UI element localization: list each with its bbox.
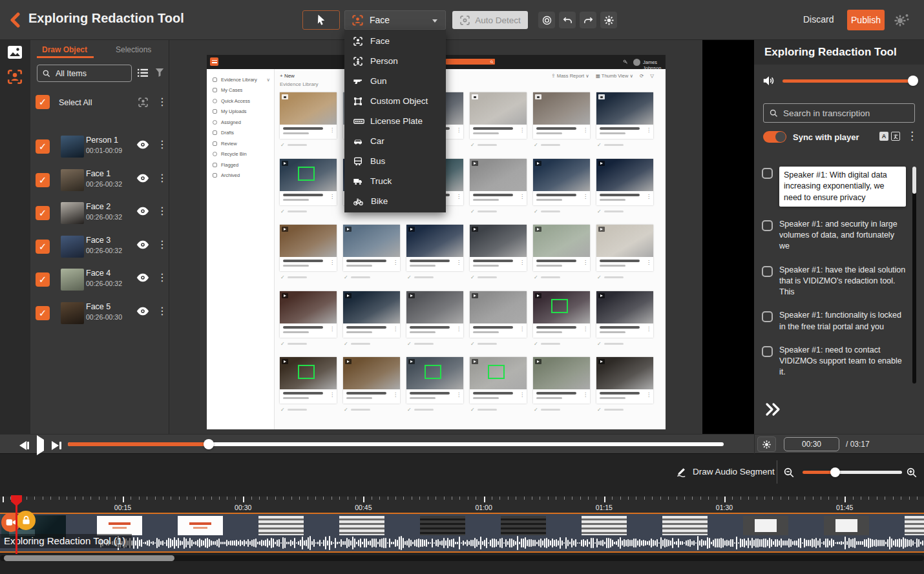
menu-item-bike[interactable]: Bike bbox=[344, 191, 446, 211]
object-checkbox[interactable]: ✓ bbox=[36, 240, 50, 254]
timeline-scroll-thumb[interactable] bbox=[4, 555, 174, 561]
eye-icon[interactable] bbox=[136, 140, 149, 149]
sync-with-player-toggle[interactable] bbox=[763, 131, 786, 143]
transcription-search-field[interactable] bbox=[763, 103, 915, 123]
menu-item-car[interactable]: Car bbox=[344, 131, 446, 151]
object-menu-icon[interactable]: ⋮ bbox=[157, 173, 167, 183]
detection-type-dropdown[interactable]: Face bbox=[344, 10, 446, 30]
object-list-item[interactable]: ✓Face 100:26-00:32⋮ bbox=[30, 168, 169, 192]
transcription-menu-icon[interactable]: ⋮ bbox=[907, 130, 918, 141]
volume-icon[interactable] bbox=[762, 74, 776, 88]
seek-knob[interactable] bbox=[204, 439, 214, 449]
seek-bar[interactable] bbox=[68, 442, 724, 446]
menu-item-person[interactable]: Person bbox=[344, 51, 446, 71]
waveform-bar bbox=[843, 542, 844, 545]
lock-badge[interactable] bbox=[16, 511, 36, 530]
tab-draw-object[interactable]: Draw Object bbox=[42, 45, 87, 54]
transcript-checkbox[interactable] bbox=[762, 266, 773, 277]
object-menu-icon[interactable]: ⋮ bbox=[157, 206, 167, 216]
eye-icon[interactable] bbox=[136, 240, 149, 249]
step-back-button[interactable] bbox=[19, 441, 29, 450]
transcript-scrollbar[interactable] bbox=[912, 167, 916, 384]
publish-button[interactable]: Publish bbox=[847, 10, 885, 30]
transcript-entry[interactable]: Speaker #1: With digital data increasing… bbox=[762, 167, 912, 207]
track-label: Exploring Redaction Tool (1) bbox=[0, 534, 132, 548]
zoom-out-icon[interactable] bbox=[783, 467, 795, 478]
timeline-zoom-knob[interactable] bbox=[830, 467, 840, 477]
object-list-item[interactable]: ✓Face 200:26-00:32⋮ bbox=[30, 201, 169, 225]
eye-icon[interactable] bbox=[136, 174, 149, 183]
timeline-ruler[interactable]: 00:1500:3000:4501:0001:1501:3001:45 bbox=[0, 497, 924, 513]
step-forward-button[interactable] bbox=[52, 441, 61, 450]
filter-icon[interactable] bbox=[155, 68, 164, 77]
object-search-input[interactable] bbox=[56, 69, 120, 78]
current-time-field[interactable]: 00:30 bbox=[784, 437, 839, 451]
transcription-search-input[interactable] bbox=[783, 108, 906, 118]
redo-button[interactable] bbox=[580, 12, 596, 28]
play-button[interactable] bbox=[37, 440, 44, 451]
waveform-bar bbox=[145, 542, 146, 545]
cursor-tool-button[interactable] bbox=[302, 10, 340, 30]
media-redaction-icon[interactable] bbox=[7, 45, 23, 59]
object-checkbox[interactable]: ✓ bbox=[36, 306, 50, 320]
transcript-entry[interactable]: Speaker #1: need to contact VIDIZMOs sup… bbox=[762, 345, 912, 378]
object-checkbox[interactable]: ✓ bbox=[36, 173, 50, 187]
object-checkbox[interactable]: ✓ bbox=[36, 272, 50, 287]
eye-icon[interactable] bbox=[136, 273, 149, 282]
playhead-line[interactable] bbox=[16, 497, 17, 554]
transcript-checkbox[interactable] bbox=[762, 220, 773, 231]
face-detection-rail-icon[interactable] bbox=[6, 68, 23, 85]
object-menu-icon[interactable]: ⋮ bbox=[157, 272, 167, 283]
timeline-scrollbar[interactable] bbox=[0, 555, 924, 561]
eye-icon[interactable] bbox=[136, 207, 149, 216]
select-all-face-icon[interactable] bbox=[138, 97, 149, 108]
eye-icon[interactable] bbox=[136, 307, 149, 316]
undo-button[interactable] bbox=[559, 12, 576, 28]
menu-item-gun[interactable]: Gun bbox=[344, 71, 446, 91]
timeline-zoom-slider[interactable] bbox=[835, 471, 902, 474]
time-settings-button[interactable] bbox=[757, 436, 776, 452]
object-list-item[interactable]: ✓Face 300:26-00:32⋮ bbox=[30, 234, 169, 259]
object-list-item[interactable]: ✓Person 100:01-00:09⋮ bbox=[30, 134, 169, 159]
menu-item-truck[interactable]: Truck bbox=[344, 171, 446, 191]
video-audio-track[interactable]: Exploring Redaction Tool (1) bbox=[0, 513, 924, 553]
object-checkbox[interactable]: ✓ bbox=[36, 139, 50, 154]
volume-slider[interactable] bbox=[782, 79, 913, 83]
transcript-entry[interactable]: Speaker #1: functionality is locked in t… bbox=[762, 310, 912, 333]
transcript-entry[interactable]: Speaker #1: and security in large volume… bbox=[762, 219, 912, 252]
object-menu-icon[interactable]: ⋮ bbox=[157, 139, 167, 150]
object-menu-icon[interactable]: ⋮ bbox=[157, 306, 167, 316]
target-button[interactable] bbox=[538, 12, 555, 28]
back-icon[interactable] bbox=[9, 12, 21, 28]
menu-item-bus[interactable]: Bus bbox=[344, 151, 446, 171]
object-list-item[interactable]: ✓Face 400:26-00:32⋮ bbox=[30, 267, 169, 292]
list-view-icon[interactable] bbox=[137, 68, 149, 78]
discard-button[interactable]: Discard bbox=[803, 14, 834, 25]
draw-audio-segment-button[interactable]: Draw Audio Segment bbox=[676, 466, 775, 477]
waveform-bar bbox=[393, 542, 394, 544]
ruler-tick bbox=[901, 497, 901, 500]
select-all-menu-icon[interactable]: ⋮ bbox=[157, 97, 167, 107]
volume-knob[interactable] bbox=[908, 76, 918, 86]
object-menu-icon[interactable]: ⋮ bbox=[157, 240, 167, 250]
translate-icon[interactable]: A bbox=[879, 132, 900, 141]
expand-panel-icon[interactable] bbox=[764, 402, 782, 417]
transcript-checkbox[interactable] bbox=[762, 346, 773, 357]
transcript-entry[interactable]: Speaker #1: have the ideal solution that… bbox=[762, 265, 912, 298]
menu-item-face[interactable]: Face bbox=[344, 31, 446, 51]
object-list-item[interactable]: ✓Face 500:26-00:30⋮ bbox=[30, 301, 169, 325]
waveform-bar bbox=[719, 538, 720, 548]
object-search-field[interactable] bbox=[37, 65, 132, 82]
zoom-in-icon[interactable] bbox=[906, 467, 918, 478]
menu-item-custom-object[interactable]: Custom Object bbox=[344, 91, 446, 111]
processing-settings-icon[interactable] bbox=[893, 12, 910, 28]
transcript-checkbox[interactable] bbox=[762, 311, 773, 322]
menu-item-license-plate[interactable]: License Plate bbox=[344, 111, 446, 131]
tab-selections[interactable]: Selections bbox=[116, 45, 151, 54]
settings-button[interactable] bbox=[600, 12, 617, 28]
transcript-checkbox[interactable] bbox=[762, 168, 773, 179]
object-checkbox[interactable]: ✓ bbox=[36, 206, 50, 220]
select-all-checkbox[interactable]: ✓ bbox=[36, 95, 50, 109]
waveform-bar bbox=[806, 540, 807, 547]
auto-detect-button[interactable]: Auto Detect bbox=[452, 11, 528, 29]
